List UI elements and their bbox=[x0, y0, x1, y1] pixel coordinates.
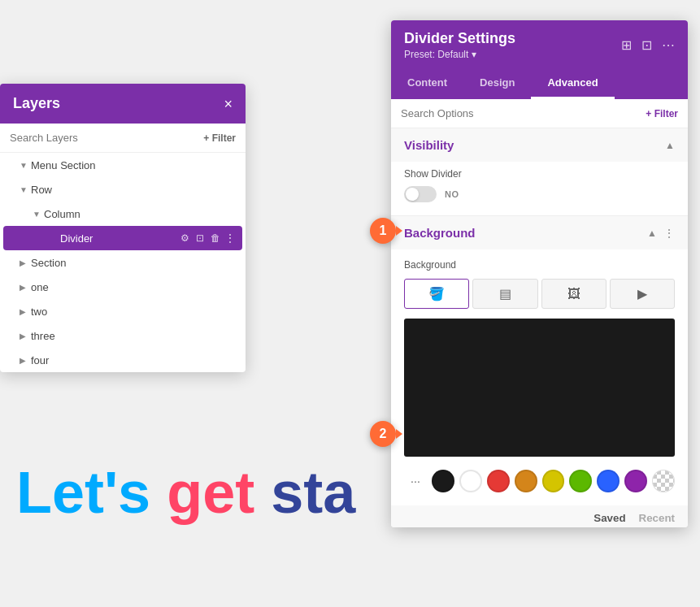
layer-settings-btn[interactable]: ⚙ bbox=[181, 158, 195, 172]
settings-filter-button[interactable]: + Filter bbox=[646, 108, 678, 119]
layer-settings-btn[interactable]: ⚙ bbox=[178, 231, 192, 245]
swatch-more-button[interactable]: ··· bbox=[404, 470, 427, 492]
background-section-header[interactable]: Background ▲ ⋮ bbox=[391, 216, 688, 249]
expand-icon[interactable]: ⊞ bbox=[621, 37, 632, 53]
layer-settings-btn[interactable]: ⚙ bbox=[181, 328, 195, 343]
layer-delete-btn[interactable]: 🗑 bbox=[211, 280, 226, 294]
layer-copy-btn[interactable]: ⊡ bbox=[197, 255, 210, 270]
recent-button[interactable]: Recent bbox=[639, 512, 675, 524]
swatch-red[interactable] bbox=[487, 470, 510, 492]
layer-copy-btn[interactable]: ⊡ bbox=[197, 280, 210, 294]
layer-item-row[interactable]: ▼ Row ⚙ ⊡ 🗑 ⋮ bbox=[0, 177, 246, 202]
layer-arrow: ▶ bbox=[20, 283, 31, 292]
settings-tabs: Content Design Advanced bbox=[391, 68, 688, 99]
color-swatches: ··· bbox=[404, 466, 675, 496]
visibility-section-header[interactable]: Visibility ▲ bbox=[391, 128, 688, 162]
layer-arrow: ▼ bbox=[20, 161, 31, 170]
layer-copy-btn[interactable]: ⊡ bbox=[197, 328, 210, 343]
layer-delete-btn[interactable]: 🗑 bbox=[211, 328, 226, 343]
layer-copy-btn[interactable]: ⊡ bbox=[193, 231, 207, 245]
layer-more-btn[interactable]: ⋮ bbox=[228, 207, 239, 220]
swatch-purple[interactable] bbox=[624, 470, 647, 492]
bg-type-image[interactable]: 🖼 bbox=[541, 279, 607, 309]
bg-type-color[interactable]: 🪣 bbox=[404, 279, 469, 309]
tab-advanced[interactable]: Advanced bbox=[531, 68, 614, 99]
layer-name: Menu Section bbox=[31, 159, 181, 171]
layer-item-column[interactable]: ▼ Column ⚙ ⊡ ⋮ bbox=[0, 202, 246, 226]
layer-settings-btn[interactable]: ⚙ bbox=[181, 304, 195, 319]
swatch-green[interactable] bbox=[569, 470, 592, 492]
swatch-yellow[interactable] bbox=[542, 470, 565, 492]
layer-more-btn[interactable]: ⋮ bbox=[228, 305, 239, 318]
layer-more-btn[interactable]: ⋮ bbox=[228, 353, 239, 366]
layer-settings-btn[interactable]: ⚙ bbox=[181, 255, 195, 270]
layer-name: Row bbox=[31, 184, 181, 196]
layers-title: Layers bbox=[13, 95, 60, 112]
swatch-transparent[interactable] bbox=[652, 470, 675, 492]
layer-settings-btn[interactable]: ⚙ bbox=[181, 353, 195, 367]
layer-item-three[interactable]: ▶ three ⚙ ⊡ 🗑 ⋮ bbox=[0, 323, 246, 348]
layer-item-four[interactable]: ▶ four ⚙ ⊡ 🗑 ⋮ bbox=[0, 348, 246, 372]
layer-more-btn[interactable]: ⋮ bbox=[228, 329, 239, 342]
settings-header-icons: ⊞ ⊡ ⋯ bbox=[621, 37, 675, 53]
visibility-collapse-icon[interactable]: ▲ bbox=[665, 140, 675, 151]
hero-word3: sta bbox=[271, 460, 355, 525]
bg-type-gradient[interactable]: ▤ bbox=[472, 279, 537, 309]
more-icon[interactable]: ⋯ bbox=[662, 37, 675, 53]
hero-text: Let's get sta bbox=[16, 459, 355, 526]
layer-copy-btn[interactable]: ⊡ bbox=[197, 353, 210, 367]
layer-copy-btn[interactable]: ⊡ bbox=[197, 182, 210, 197]
layout-icon[interactable]: ⊡ bbox=[641, 37, 652, 53]
step-badge-2: 2 bbox=[370, 421, 396, 447]
layers-close-button[interactable]: × bbox=[224, 97, 233, 111]
layer-more-btn[interactable]: ⋮ bbox=[228, 280, 239, 293]
layer-item-two[interactable]: ▶ two ⚙ ⊡ 🗑 ⋮ bbox=[0, 299, 246, 323]
layers-search-input[interactable] bbox=[10, 132, 197, 144]
background-collapse-icon[interactable]: ▲ bbox=[647, 228, 657, 239]
background-section-content: Background 🪣 ▤ 🖼 ▶ ··· bbox=[391, 249, 688, 505]
layer-item-divider[interactable]: Divider ⚙ ⊡ 🗑 ⋮ bbox=[3, 226, 242, 250]
show-divider-toggle[interactable] bbox=[404, 186, 437, 202]
toggle-no-label: NO bbox=[445, 189, 459, 199]
saved-recent-bar: Saved Recent bbox=[391, 505, 688, 527]
swatch-amber[interactable] bbox=[515, 470, 537, 492]
tab-content[interactable]: Content bbox=[391, 68, 463, 99]
background-more-icon[interactable]: ⋮ bbox=[663, 227, 675, 240]
layer-copy-btn[interactable]: ⊡ bbox=[213, 206, 226, 221]
layer-delete-btn[interactable]: 🗑 bbox=[211, 304, 226, 319]
bg-type-video[interactable]: ▶ bbox=[610, 279, 675, 309]
layer-settings-btn[interactable]: ⚙ bbox=[198, 206, 211, 221]
settings-search-input[interactable] bbox=[401, 107, 639, 119]
layer-name: Column bbox=[44, 208, 198, 220]
layer-arrow: ▶ bbox=[20, 332, 31, 340]
layer-more-btn[interactable]: ⋮ bbox=[228, 183, 239, 196]
layer-item-section[interactable]: ▶ Section ⚙ ⊡ 🗑 ⋮ bbox=[0, 250, 246, 275]
settings-body: Visibility ▲ Show Divider NO Background bbox=[391, 128, 688, 527]
background-label: Background bbox=[404, 259, 675, 271]
swatch-blue[interactable] bbox=[597, 470, 620, 492]
layer-item-one[interactable]: ▶ one ⚙ ⊡ 🗑 ⋮ bbox=[0, 275, 246, 299]
layer-delete-btn[interactable]: 🗑 bbox=[211, 182, 226, 197]
layer-delete-btn[interactable]: 🗑 bbox=[211, 353, 226, 367]
layer-copy-btn[interactable]: ⊡ bbox=[197, 158, 210, 172]
layer-delete-btn[interactable]: 🗑 bbox=[211, 158, 226, 172]
layer-item-menu-section[interactable]: ▼ Menu Section ⚙ ⊡ 🗑 ⋮ bbox=[0, 153, 246, 177]
layer-delete-btn[interactable]: 🗑 bbox=[208, 231, 223, 245]
layer-settings-btn[interactable]: ⚙ bbox=[181, 182, 195, 197]
layer-settings-btn[interactable]: ⚙ bbox=[181, 280, 195, 294]
layer-copy-btn[interactable]: ⊡ bbox=[197, 304, 210, 319]
swatch-white[interactable] bbox=[459, 470, 482, 492]
background-section: Background ▲ ⋮ Background 🪣 ▤ 🖼 ▶ ··· bbox=[391, 216, 688, 527]
tab-design[interactable]: Design bbox=[463, 68, 531, 99]
layer-name: Divider bbox=[60, 232, 178, 245]
layer-more-btn[interactable]: ⋮ bbox=[228, 256, 239, 269]
layer-delete-btn[interactable]: 🗑 bbox=[211, 255, 226, 270]
layer-name: Section bbox=[31, 257, 181, 269]
layer-more-btn[interactable]: ⋮ bbox=[228, 158, 239, 171]
swatch-black[interactable] bbox=[432, 470, 454, 492]
saved-button[interactable]: Saved bbox=[593, 512, 625, 524]
layer-more-btn[interactable]: ⋮ bbox=[224, 232, 236, 245]
step-badge-1: 1 bbox=[370, 218, 396, 244]
settings-preset[interactable]: Preset: Default ▾ bbox=[404, 49, 515, 60]
layers-filter-button[interactable]: + Filter bbox=[203, 132, 236, 144]
